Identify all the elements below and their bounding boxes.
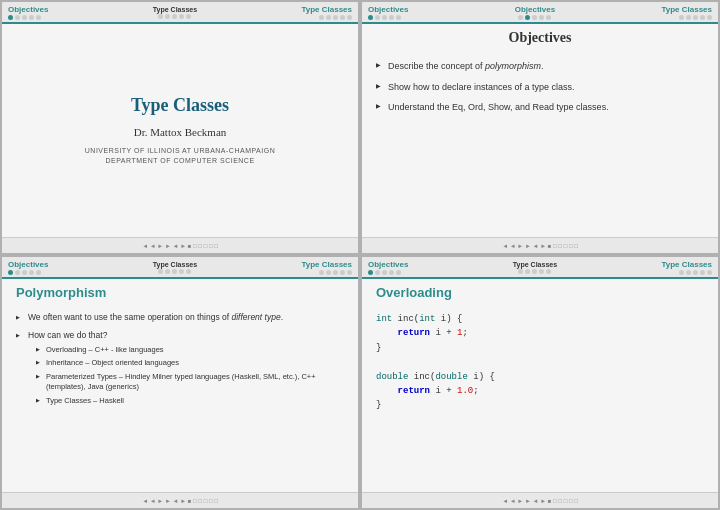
s2-ldot-5 xyxy=(396,15,401,20)
slide-3-right-dots xyxy=(301,270,352,275)
code-block: int inc(int i) { return i + 1; } double … xyxy=(376,312,495,413)
slide-4-right-dots xyxy=(661,270,712,275)
poly-bullet-2: How can we do that? Overloading – C++ - … xyxy=(16,330,344,406)
slide-4-footer: ◄ ◄ ► ► ◄ ► ■ □ □ □ □ □ xyxy=(362,492,718,508)
rdot-3 xyxy=(333,15,338,20)
slide-4-center-title: Type Classes xyxy=(513,261,557,268)
slide-3-header-right: Type Classes xyxy=(301,260,352,275)
slide-1-center-dots xyxy=(153,14,197,19)
poly-sub-list: Overloading – C++ - like languages Inher… xyxy=(28,345,344,407)
return-kw-1: return xyxy=(398,328,430,338)
slide-1-right-title: Type Classes xyxy=(301,5,352,14)
slide-2-center-dots xyxy=(515,15,555,20)
slide-1-header-center: Type Classes xyxy=(153,6,197,19)
slide-1-center-title: Type Classes xyxy=(153,6,197,13)
s2-rdot-5 xyxy=(707,15,712,20)
slide-3-left-title: Objectives xyxy=(8,260,48,269)
slide-4-right-title: Type Classes xyxy=(661,260,712,269)
s3-cdot-1 xyxy=(158,269,163,274)
slide-1-header-left: Objectives xyxy=(8,5,48,20)
s4-cdot-1 xyxy=(518,269,523,274)
slide-author: Dr. Mattox Beckman xyxy=(134,126,227,138)
s3-rdot-4 xyxy=(340,270,345,275)
slide-2-left-dots xyxy=(368,15,408,20)
slide-2-header-left: Objectives xyxy=(368,5,408,20)
int-keyword: int xyxy=(376,314,392,324)
s4-cdot-5 xyxy=(546,269,551,274)
slide-3-header-center: Type Classes xyxy=(153,261,197,274)
rdot-4 xyxy=(340,15,345,20)
s2-rdot-2 xyxy=(686,15,691,20)
s2-cdot-1 xyxy=(518,15,523,20)
s4-cdot-2 xyxy=(525,269,530,274)
slides-grid: Objectives Type Classes xyxy=(0,0,720,510)
num-2: 1.0 xyxy=(457,386,473,396)
slide-3-center-dots xyxy=(153,269,197,274)
dot-4 xyxy=(29,15,34,20)
slide-1-right-dots xyxy=(301,15,352,20)
slide-4-footer-nav: ◄ ◄ ► ► ◄ ► ■ □ □ □ □ □ xyxy=(502,498,578,504)
s3-ldot-1 xyxy=(8,270,13,275)
cdot-3 xyxy=(172,14,177,19)
slide-4-header: Objectives Type Classes xyxy=(362,257,718,279)
slide-4-content: Overloading int inc(int i) { return i + … xyxy=(362,279,718,492)
slide-4-left-dots xyxy=(368,270,408,275)
slide-2-header-right: Type Classes xyxy=(661,5,712,20)
s3-cdot-5 xyxy=(186,269,191,274)
slide-3-header-left: Objectives xyxy=(8,260,48,275)
s4-rdot-3 xyxy=(693,270,698,275)
s4-ldot-4 xyxy=(389,270,394,275)
s2-cdot-3 xyxy=(532,15,537,20)
objectives-title: Objectives xyxy=(376,30,704,46)
institution-line2: Department of Computer Science xyxy=(85,156,275,166)
slide-2-right-dots xyxy=(661,15,712,20)
s4-rdot-1 xyxy=(679,270,684,275)
objective-1: Describe the concept of polymorphism. xyxy=(376,60,704,73)
s4-ldot-5 xyxy=(396,270,401,275)
cdot-5 xyxy=(186,14,191,19)
s2-rdot-3 xyxy=(693,15,698,20)
slide-3-center-title: Type Classes xyxy=(153,261,197,268)
poly-sub-3: Parameterized Types – Hindley Milner typ… xyxy=(36,372,344,393)
s4-ldot-3 xyxy=(382,270,387,275)
slide-3-right-title: Type Classes xyxy=(301,260,352,269)
slide-3-header: Objectives Type Classes xyxy=(2,257,358,279)
slide-2-footer-nav: ◄ ◄ ► ► ◄ ► ■ □ □ □ □ □ xyxy=(502,243,578,249)
polymorphism-title: Polymorphism xyxy=(16,285,344,300)
s4-rdot-4 xyxy=(700,270,705,275)
slide-2-content: Objectives Describe the concept of polym… xyxy=(362,24,718,237)
slide-main-title: Type Classes xyxy=(131,95,229,116)
s4-ldot-1 xyxy=(368,270,373,275)
rdot-1 xyxy=(319,15,324,20)
slide-3-content: Polymorphism We often want to use the sa… xyxy=(2,279,358,492)
institution-line1: University of Illinois at Urbana-Champai… xyxy=(85,146,275,156)
slide-1-content: Type Classes Dr. Mattox Beckman Universi… xyxy=(2,24,358,237)
dot-1 xyxy=(8,15,13,20)
param-type-1: int xyxy=(419,314,435,324)
s2-ldot-4 xyxy=(389,15,394,20)
code-line-6: } xyxy=(376,398,495,412)
slide-title: Objectives Type Classes xyxy=(2,2,358,253)
double-keyword: double xyxy=(376,372,408,382)
slide-3-footer: ◄ ◄ ► ► ◄ ► ■ □ □ □ □ □ xyxy=(2,492,358,508)
slide-2-right-title: Type Classes xyxy=(661,5,712,14)
code-line-5: return i + 1.0; xyxy=(376,384,495,398)
poly-sub-2: Inheritance – Object oriented languages xyxy=(36,358,344,369)
cdot-4 xyxy=(179,14,184,19)
s2-cdot-5 xyxy=(546,15,551,20)
slide-1-left-dots xyxy=(8,15,48,20)
slide-2-header-center: Objectives xyxy=(515,5,555,20)
poly-bullet-1: We often want to use the same operation … xyxy=(16,312,344,324)
return-kw-2: return xyxy=(398,386,430,396)
code-line-2: return i + 1; xyxy=(376,326,495,340)
cdot-1 xyxy=(158,14,163,19)
slide-objectives: Objectives Objectives xyxy=(362,2,718,253)
dot-2 xyxy=(15,15,20,20)
dot-3 xyxy=(22,15,27,20)
code-line-4: double inc(double i) { xyxy=(376,370,495,384)
param-type-2: double xyxy=(435,372,467,382)
slide-4-header-center: Type Classes xyxy=(513,261,557,274)
dot-5 xyxy=(36,15,41,20)
poly-sub-4: Type Classes – Haskell xyxy=(36,396,344,407)
slide-1-footer: ◄ ◄ ► ► ◄ ► ■ □ □ □ □ □ xyxy=(2,237,358,253)
